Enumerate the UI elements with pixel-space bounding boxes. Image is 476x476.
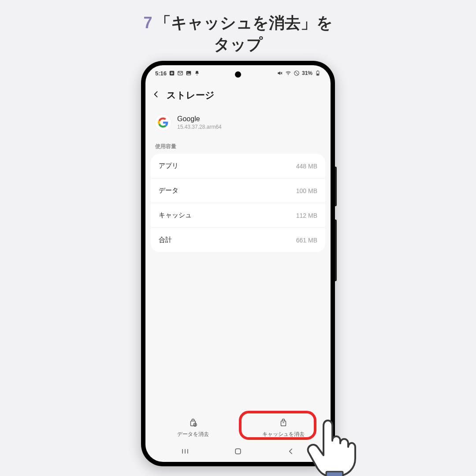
trash-data-icon: [188, 418, 198, 429]
svg-rect-20: [235, 449, 241, 454]
back-button[interactable]: [152, 89, 160, 101]
gmail-icon: [177, 70, 183, 76]
image-icon: [186, 70, 192, 76]
svg-line-9: [295, 72, 298, 75]
phone-frame: 5:16: [141, 61, 335, 466]
usage-row-value: 100 MB: [296, 187, 317, 194]
nav-recents-button[interactable]: [176, 447, 194, 456]
nav-home-button[interactable]: [229, 447, 247, 456]
front-camera: [235, 71, 241, 78]
usage-row-total: 合計 661 MB: [151, 228, 325, 252]
page-title: ストレージ: [167, 89, 215, 101]
android-nav-bar: [145, 443, 331, 462]
svg-point-7: [288, 74, 289, 75]
usage-row-value: 112 MB: [296, 212, 317, 219]
usage-row-value: 661 MB: [296, 237, 317, 244]
svg-rect-12: [317, 74, 319, 75]
usage-row-label: 合計: [159, 236, 172, 244]
svg-rect-11: [317, 71, 318, 71]
usage-row-label: アプリ: [159, 162, 178, 170]
instruction-line1: 「キャッシュを消去」を: [155, 14, 333, 32]
bottom-actions: データを消去 キャッシュを消去: [145, 413, 331, 443]
usage-row-label: データ: [159, 186, 178, 195]
battery-percent: 31%: [302, 70, 312, 76]
wifi-icon: [285, 70, 291, 76]
usage-card: アプリ 448 MB データ 100 MB キャッシュ 112 MB 合計 66…: [151, 154, 325, 252]
instruction-line2: タップ: [214, 35, 263, 53]
no-sim-icon: [294, 70, 300, 76]
svg-point-4: [197, 74, 197, 75]
plus-icon: [169, 70, 175, 76]
status-time: 5:16: [155, 70, 167, 77]
clear-cache-button[interactable]: キャッシュを消去: [239, 415, 327, 442]
google-logo-icon: [155, 115, 171, 130]
step-number: 7: [143, 14, 152, 32]
usage-row-value: 448 MB: [296, 163, 317, 170]
clear-data-label: データを消去: [177, 431, 209, 438]
phone-screen: 5:16: [145, 65, 331, 462]
svg-point-3: [187, 72, 188, 73]
app-info: Google 15.43.37.28.arm64: [145, 106, 331, 143]
usage-row-cache: キャッシュ 112 MB: [151, 203, 325, 228]
usage-row-app: アプリ 448 MB: [151, 154, 325, 178]
bell-icon: [194, 70, 200, 76]
app-name: Google: [177, 115, 222, 123]
battery-icon: [315, 70, 321, 76]
nav-back-button[interactable]: [282, 447, 300, 456]
usage-section-label: 使用容量: [145, 143, 331, 154]
usage-row-label: キャッシュ: [159, 211, 192, 219]
page-header: ストレージ: [145, 81, 331, 106]
clear-data-button[interactable]: データを消去: [149, 415, 237, 442]
mute-icon: [277, 70, 283, 76]
usage-row-data: データ 100 MB: [151, 178, 325, 203]
svg-rect-15: [281, 421, 286, 426]
trash-cache-icon: [279, 418, 288, 429]
instruction-heading: 7「キャッシュを消去」を タップ: [0, 0, 476, 55]
svg-rect-21: [326, 472, 343, 476]
app-version: 15.43.37.28.arm64: [177, 124, 222, 130]
clear-cache-label: キャッシュを消去: [262, 431, 305, 438]
